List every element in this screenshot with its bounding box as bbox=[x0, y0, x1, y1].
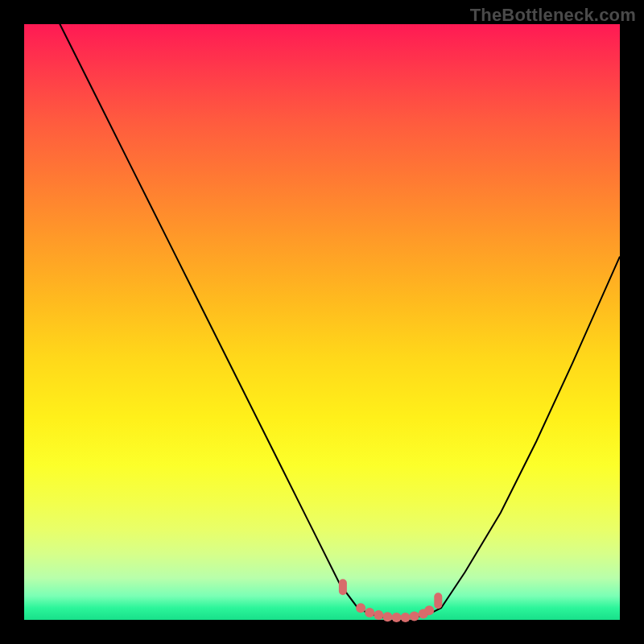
trough-marker bbox=[424, 605, 434, 615]
trough-marker bbox=[382, 612, 392, 621]
credit-text: TheBottleneck.com bbox=[470, 5, 636, 26]
trough-marker bbox=[434, 592, 442, 609]
trough-marker bbox=[339, 579, 347, 595]
trough-marker bbox=[365, 608, 374, 617]
trough-marker bbox=[410, 612, 419, 621]
trough-marker bbox=[374, 610, 383, 620]
curve-svg bbox=[24, 24, 620, 620]
marker-group bbox=[339, 579, 442, 622]
trough-marker bbox=[356, 603, 365, 613]
bottleneck-curve bbox=[24, 0, 620, 618]
trough-marker bbox=[401, 613, 411, 622]
trough-marker bbox=[392, 613, 402, 622]
plot-area bbox=[24, 24, 620, 620]
chart-frame: TheBottleneck.com bbox=[0, 0, 644, 644]
